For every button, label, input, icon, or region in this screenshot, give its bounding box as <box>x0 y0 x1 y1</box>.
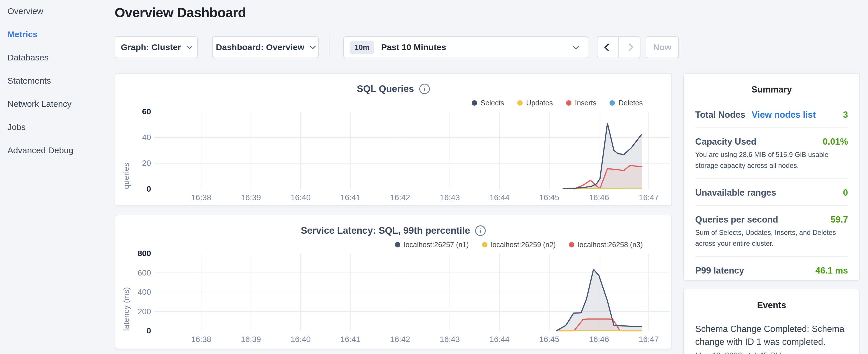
legend-item-updates: Updates <box>517 99 553 107</box>
event-text: Schema Change Completed: Schema change w… <box>695 322 848 348</box>
summary-row-p99-latency: P99 latency46.1 ms <box>695 257 848 283</box>
legend-dot-icon <box>517 100 523 106</box>
x-tick-label: 16:45 <box>529 335 569 344</box>
legend-dot-icon <box>610 100 615 106</box>
time-prev-button[interactable] <box>597 37 618 58</box>
x-tick-label: 16:47 <box>629 193 669 202</box>
sql-queries-chart-card: SQL Queries SelectsUpdatesInsertsDeletes… <box>115 73 672 206</box>
service-latency-chart-card: Service Latency: SQL, 99th percentile lo… <box>115 215 672 349</box>
summary-row-spacer <box>695 120 848 127</box>
legend-label: Deletes <box>618 99 643 107</box>
chart-title: SQL Queries <box>357 83 414 94</box>
sidebar-item-databases[interactable]: Databases <box>7 52 49 63</box>
x-tick-label: 16:42 <box>380 335 420 344</box>
legend-label: Selects <box>480 99 504 107</box>
legend-item-localhost-26257-n1: localhost:26257 (n1) <box>395 240 469 249</box>
summary-row-description: Sum of Selects, Updates, Inserts, and De… <box>695 227 848 249</box>
summary-title: Summary <box>695 74 848 95</box>
summary-row-header: Capacity Used0.01% <box>695 128 848 147</box>
summary-row-value: 0 <box>843 188 848 198</box>
sidebar-item-statements[interactable]: Statements <box>7 75 51 86</box>
legend-label: localhost:26258 (n3) <box>578 240 643 249</box>
info-icon[interactable] <box>419 84 430 94</box>
y-tick-label: 20 <box>117 159 151 168</box>
summary-row-link[interactable]: View nodes list <box>752 110 815 120</box>
summary-row-label: P99 latency <box>695 265 744 276</box>
sidebar-item-jobs[interactable]: Jobs <box>7 122 26 133</box>
y-tick-label: 0 <box>117 185 151 194</box>
legend-item-selects: Selects <box>472 99 504 107</box>
y-tick-label: 40 <box>117 133 151 142</box>
x-tick-label: 16:44 <box>479 193 520 202</box>
legend-item-inserts: Inserts <box>566 99 596 107</box>
chart-legend: SelectsUpdatesInsertsDeletes <box>472 99 643 107</box>
summary-row-label: Unavailable ranges <box>695 188 776 198</box>
summary-rows: Total NodesView nodes list3Capacity Used… <box>695 101 848 283</box>
summary-panel: Summary Total NodesView nodes list3Capac… <box>683 73 860 281</box>
summary-row-queries-per-second: Queries per second59.7Sum of Selects, Up… <box>695 206 848 257</box>
x-tick-label: 16:40 <box>281 335 321 344</box>
x-tick-label: 16:38 <box>181 193 221 202</box>
legend-dot-icon <box>472 100 477 106</box>
time-next-button[interactable] <box>618 37 640 58</box>
event-timestamp: May 13, 2020 at 4:45 PM <box>695 351 848 354</box>
sidebar-item-overview[interactable]: Overview <box>7 6 43 17</box>
summary-row-spacer <box>695 249 848 256</box>
summary-row-value: 0.01% <box>823 137 848 147</box>
y-tick-label: 0 <box>117 326 151 335</box>
event-list-item[interactable]: Schema Change Completed: Schema change w… <box>695 322 848 354</box>
chart-plot-area[interactable]: 16:3816:3916:4016:4116:4216:4316:4416:45… <box>154 254 670 331</box>
time-range-label: Past 10 Minutes <box>381 42 446 52</box>
legend-item-localhost-26259-n2: localhost:26259 (n2) <box>482 240 556 249</box>
x-tick-label: 16:39 <box>231 335 271 344</box>
summary-row-value: 46.1 ms <box>815 265 848 276</box>
summary-row-label: Queries per second <box>695 215 778 225</box>
legend-dot-icon <box>395 242 400 248</box>
x-tick-label: 16:43 <box>430 335 470 344</box>
summary-row-capacity-used: Capacity Used0.01%You are using 28.6 MiB… <box>695 128 848 179</box>
sidebar-item-metrics[interactable]: Metrics <box>7 29 37 40</box>
y-tick-label: 200 <box>117 307 151 316</box>
legend-dot-icon <box>569 242 574 248</box>
legend-label: Inserts <box>575 99 596 107</box>
sidebar-item-network-latency[interactable]: Network Latency <box>7 99 71 109</box>
y-tick-label: 60 <box>117 107 151 116</box>
y-tick-label: 400 <box>117 288 151 297</box>
summary-row-spacer <box>695 198 848 205</box>
legend-label: localhost:26259 (n2) <box>491 240 556 249</box>
graph-scope-dropdown[interactable]: Graph: Cluster <box>115 36 198 58</box>
x-tick-label: 16:46 <box>579 193 619 202</box>
dashboard-dropdown[interactable]: Dashboard: Overview <box>212 36 319 58</box>
chart-title: Service Latency: SQL, 99th percentile <box>301 225 470 236</box>
chevron-left-icon <box>604 43 612 51</box>
summary-row-header: Total NodesView nodes list3 <box>695 101 848 120</box>
time-range-dropdown[interactable]: 10m Past 10 Minutes <box>343 36 588 58</box>
events-title: Events <box>695 289 848 311</box>
app-root: OverviewMetricsDatabasesStatementsNetwor… <box>0 0 868 354</box>
summary-row-label: Total Nodes <box>695 110 745 120</box>
summary-row-value: 59.7 <box>831 215 848 225</box>
chart-plot-area[interactable]: 16:3816:3916:4016:4116:4216:4316:4416:45… <box>154 112 670 189</box>
events-panel: Events Schema Change Completed: Schema c… <box>683 289 860 354</box>
sidebar-item-advanced-debug[interactable]: Advanced Debug <box>7 145 73 156</box>
chart-canvas <box>154 254 670 331</box>
time-step-buttons <box>597 36 641 58</box>
summary-row-value: 3 <box>843 110 848 120</box>
legend-label: Updates <box>526 99 553 107</box>
summary-row-header: Queries per second59.7 <box>695 206 848 225</box>
summary-row-header: Unavailable ranges0 <box>695 179 848 198</box>
now-button[interactable]: Now <box>646 36 679 58</box>
time-range-badge: 10m <box>350 41 374 54</box>
x-tick-label: 16:44 <box>479 335 520 344</box>
info-icon[interactable] <box>475 225 486 236</box>
toolbar-divider <box>330 36 330 58</box>
x-tick-label: 16:43 <box>430 193 470 202</box>
graph-scope-label: Graph: Cluster <box>121 42 181 52</box>
x-tick-label: 16:41 <box>331 193 371 202</box>
y-tick-label: 800 <box>117 249 151 258</box>
legend-item-localhost-26258-n3: localhost:26258 (n3) <box>569 240 643 249</box>
x-tick-label: 16:41 <box>331 335 371 344</box>
summary-row-description: You are using 28.6 MiB of 515.9 GiB usab… <box>695 149 848 171</box>
legend-dot-icon <box>482 242 488 248</box>
summary-row-spacer <box>695 171 848 179</box>
